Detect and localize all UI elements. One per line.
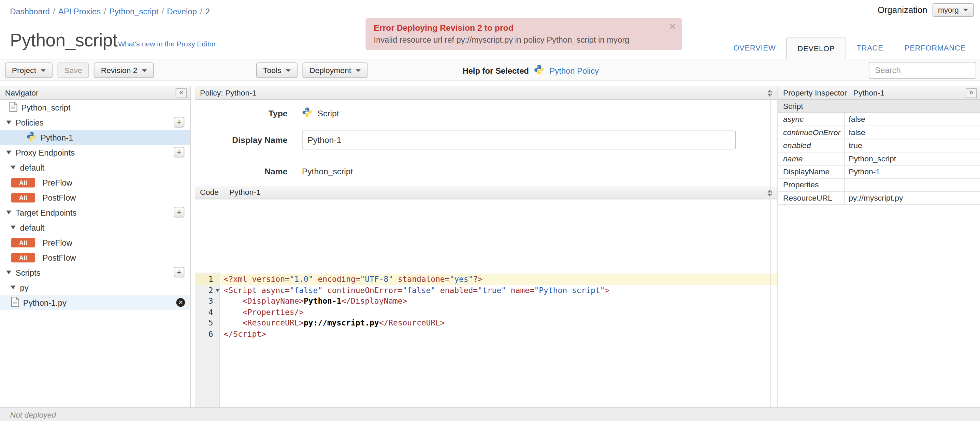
revision-button-label: Revision 2 (101, 66, 137, 75)
nav-section-proxy-endpoints[interactable]: Proxy Endpoints + (0, 145, 190, 160)
flow-all-badge: All (11, 238, 35, 247)
close-icon[interactable]: × (670, 21, 676, 32)
save-button[interactable]: Save (57, 62, 89, 78)
breadcrumb-develop[interactable]: Develop (167, 7, 197, 16)
status-bar: Not deployed (0, 407, 980, 421)
breadcrumb-revision: 2 (205, 7, 210, 16)
chevron-down-icon (963, 9, 969, 11)
add-policy-button[interactable]: + (174, 117, 184, 128)
nav-item-script-file[interactable]: Python-1.py ✕ (0, 295, 190, 310)
nav-item-target-preflow[interactable]: All PreFlow (0, 235, 190, 250)
disclosure-triangle-icon[interactable] (11, 165, 16, 169)
expand-panel-icon[interactable]: » (966, 88, 977, 98)
code-line[interactable]: 6</Script> (195, 329, 776, 340)
deployment-button[interactable]: Deployment (303, 62, 368, 78)
breadcrumb-dashboard[interactable]: Dashboard (10, 7, 50, 16)
error-banner-message: Invalid resource url ref py://myscript.p… (374, 35, 663, 44)
python-policy-help-link[interactable]: Python Policy (549, 66, 598, 75)
add-script-button[interactable]: + (174, 267, 184, 277)
breadcrumb-separator: / (200, 7, 202, 16)
code-header-policy-name: Python-1 (229, 188, 261, 197)
tools-button[interactable]: Tools (256, 62, 298, 78)
whats-new-link[interactable]: What's new in the Proxy Editor (118, 40, 216, 48)
code-line[interactable]: 1<?xml version="1.0" encoding="UTF-8" st… (195, 273, 776, 284)
tab-overview[interactable]: OVERVIEW (723, 44, 786, 59)
display-name-input[interactable] (302, 131, 736, 149)
type-value: Script (317, 108, 339, 118)
navigator-panel: Navigator « Python_script Policies + Pyt… (0, 86, 191, 407)
nav-group-proxy-default[interactable]: default (0, 160, 190, 175)
code-line[interactable]: 4 <Properties/> (195, 307, 776, 317)
property-key: ResourceURL (778, 192, 845, 204)
revision-button[interactable]: Revision 2 (94, 62, 154, 78)
property-row[interactable]: ResourceURLpy://myscript.py (778, 192, 980, 205)
save-button-label: Save (64, 66, 82, 75)
help-for-selected: Help for Selected Python Policy (462, 59, 598, 82)
breadcrumb-proxy-name[interactable]: Python_script (109, 7, 158, 16)
delete-script-icon[interactable]: ✕ (177, 298, 185, 307)
code-lines: 1<?xml version="1.0" encoding="UTF-8" st… (195, 273, 776, 340)
nav-group-py[interactable]: py (0, 280, 190, 295)
nav-section-scripts[interactable]: Scripts + (0, 265, 190, 280)
nav-section-label: Proxy Endpoints (16, 148, 75, 157)
breadcrumb-separator: / (162, 7, 164, 16)
property-row[interactable]: continueOnErrorfalse (778, 126, 980, 139)
main-area: Navigator « Python_script Policies + Pyt… (0, 86, 980, 407)
property-key: async (778, 113, 845, 126)
property-row[interactable]: DisplayNamePython-1 (778, 165, 980, 178)
code-header-label: Code (200, 188, 219, 197)
property-row[interactable]: asyncfalse (778, 113, 980, 126)
error-banner: Error Deploying Revision 2 to prod Inval… (366, 18, 682, 50)
code-line[interactable]: 5 <ResourceURL>py://myscript.py</Resourc… (195, 317, 776, 328)
breadcrumb-api-proxies[interactable]: API Proxies (58, 7, 101, 16)
nav-item-policy-python-1[interactable]: Python-1 (0, 130, 190, 145)
nav-section-policies[interactable]: Policies + (0, 115, 190, 130)
organization-value: myorg (938, 5, 959, 14)
flow-all-badge: All (11, 253, 35, 262)
nav-item-proxy-preflow[interactable]: All PreFlow (0, 175, 190, 190)
organization-select[interactable]: myorg (932, 3, 974, 17)
deployment-button-label: Deployment (310, 66, 351, 75)
property-inspector-panel: Property Inspector Python-1 » Script asy… (778, 86, 980, 407)
property-section-label: Script (783, 102, 803, 111)
add-proxy-endpoint-button[interactable]: + (174, 147, 184, 157)
flow-all-badge: All (11, 193, 35, 202)
disclosure-triangle-icon[interactable] (6, 211, 11, 214)
page-title: Python_script (10, 30, 118, 51)
property-value (845, 179, 849, 191)
add-target-endpoint-button[interactable]: + (174, 207, 184, 217)
nav-section-target-endpoints[interactable]: Target Endpoints + (0, 205, 190, 220)
disclosure-triangle-icon[interactable] (6, 121, 11, 124)
nav-item-proxy-postflow[interactable]: All PostFlow (0, 190, 190, 205)
tab-develop[interactable]: DEVELOP (786, 38, 846, 59)
document-icon (11, 297, 19, 308)
app-window: Dashboard/API Proxies/Python_script/Deve… (0, 0, 980, 421)
search-input[interactable] (869, 62, 976, 78)
breadcrumb: Dashboard/API Proxies/Python_script/Deve… (10, 7, 210, 16)
nav-item-root[interactable]: Python_script (0, 100, 190, 115)
organization-label: Organization (878, 5, 927, 15)
error-banner-title: Error Deploying Revision 2 to prod (374, 23, 663, 32)
fold-icon[interactable] (216, 289, 220, 291)
disclosure-triangle-icon[interactable] (11, 226, 16, 229)
nav-item-target-postflow[interactable]: All PostFlow (0, 250, 190, 265)
code-editor[interactable]: 1<?xml version="1.0" encoding="UTF-8" st… (195, 273, 776, 408)
property-row[interactable]: namePython_script (778, 153, 980, 165)
code-line[interactable]: 3 <DisplayName>Python-1</DisplayName> (195, 295, 776, 307)
tab-performance[interactable]: PERFORMANCE (894, 44, 976, 59)
nav-group-target-default[interactable]: default (0, 220, 190, 235)
property-row[interactable]: enabledtrue (778, 139, 980, 152)
tab-trace[interactable]: TRACE (846, 44, 894, 59)
nav-section-label: Target Endpoints (16, 208, 77, 217)
document-icon (9, 102, 18, 114)
disclosure-triangle-icon[interactable] (6, 151, 11, 154)
disclosure-triangle-icon[interactable] (11, 286, 16, 289)
collapse-panel-icon[interactable]: « (176, 88, 187, 98)
deployment-status-text: Not deployed (10, 410, 56, 419)
property-row[interactable]: Properties (778, 179, 980, 192)
disclosure-triangle-icon[interactable] (6, 270, 11, 274)
project-button[interactable]: Project (5, 62, 52, 78)
code-line[interactable]: 2<Script async="false" continueOnError="… (195, 284, 776, 295)
property-value: false (845, 126, 865, 139)
property-section-header: Script (778, 100, 980, 113)
